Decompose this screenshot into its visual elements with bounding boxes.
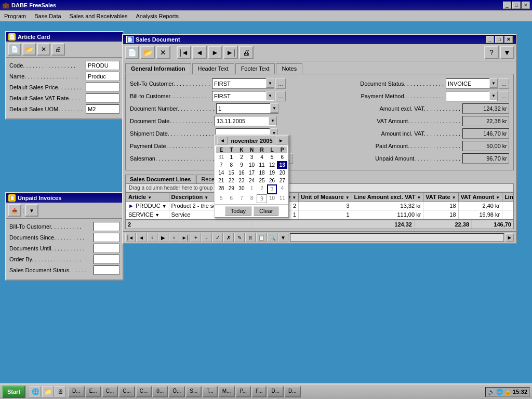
cal-day-29[interactable]: 29 <box>227 184 237 194</box>
sales-delete-button[interactable]: ✕ <box>156 46 170 59</box>
sales-minimize-button[interactable]: _ <box>486 36 494 43</box>
article-print-button[interactable]: 🖨 <box>51 43 65 56</box>
taskbar-app-7[interactable]: Ö... <box>168 386 185 397</box>
article-uom-input[interactable] <box>86 104 119 114</box>
menu-base-data[interactable]: Base Data <box>30 10 65 21</box>
article-new-button[interactable]: 📄 <box>8 43 21 56</box>
close-button[interactable]: ✕ <box>522 2 530 9</box>
bt-next2-button[interactable]: › <box>169 233 179 242</box>
bt-first-button[interactable]: |◄ <box>125 233 136 242</box>
tab-footer-text[interactable]: Footer Text <box>235 63 275 74</box>
maximize-button[interactable]: □ <box>512 2 521 9</box>
bt-last-button[interactable]: ►| <box>180 233 190 242</box>
sales-close-button[interactable]: ✕ <box>504 36 513 43</box>
calendar-next-button[interactable]: ► <box>276 137 286 144</box>
sales-maximize-button[interactable]: □ <box>495 36 503 43</box>
menu-program[interactable]: Program <box>0 10 30 21</box>
cal-day-10[interactable]: 10 <box>247 161 257 169</box>
cal-day-5[interactable]: 5 <box>267 153 277 161</box>
cal-day-14[interactable]: 14 <box>216 169 227 177</box>
unpaid-export-button[interactable]: 📤 <box>8 204 21 217</box>
sales-help-button[interactable]: ? <box>484 46 499 59</box>
sales-nav-prev-button[interactable]: ◄ <box>192 46 207 59</box>
taskbar-app-9[interactable]: T... <box>202 386 217 397</box>
col-article[interactable]: Article ▼ <box>126 193 169 202</box>
col-unit-measure[interactable]: Unit of Measure ▼ <box>299 193 352 202</box>
unpaid-filter-button[interactable]: ▼ <box>25 204 38 217</box>
sell-to-dropdown-button[interactable]: ▼ <box>266 78 274 88</box>
article-name-input[interactable] <box>86 72 119 81</box>
document-status-lookup-button[interactable]: … <box>499 78 509 89</box>
bt-search-button[interactable]: 🔍 <box>267 233 277 242</box>
bt-edit-button[interactable]: ✎ <box>234 233 245 242</box>
horizontal-scrollbar[interactable] <box>290 233 504 242</box>
col-line-amount-excl[interactable]: Line Amount excl. VAT ▼ <box>352 193 423 202</box>
cal-day-18[interactable]: 18 <box>257 169 267 177</box>
menu-analysis-reports[interactable]: Analysis Reports <box>131 10 183 21</box>
bill-to-input[interactable] <box>212 91 274 101</box>
col-vat-rate[interactable]: VAT Rate ▼ <box>423 193 458 202</box>
article-delete-button[interactable]: ✕ <box>37 43 50 56</box>
unpaid-order-by-input[interactable] <box>94 255 119 264</box>
article-price-input[interactable] <box>86 83 119 92</box>
taskbar-app-1[interactable]: D... <box>68 386 85 397</box>
calendar-prev-button[interactable]: ◄ <box>217 137 228 144</box>
start-button[interactable]: Start <box>2 385 25 398</box>
cal-day-6[interactable]: 6 <box>277 153 287 161</box>
bt-add-button[interactable]: + <box>191 233 201 242</box>
taskbar-folder-icon[interactable]: 📁 <box>42 386 54 397</box>
sales-open-button[interactable]: 📂 <box>140 46 155 59</box>
cal-day-3-dec[interactable]: 3 <box>267 184 277 194</box>
cal-day-4[interactable]: 4 <box>257 153 267 161</box>
cal-day-9-dec[interactable]: 9 <box>257 194 267 203</box>
cal-day-31-oct[interactable]: 31 <box>216 153 227 161</box>
cal-day-20[interactable]: 20 <box>277 169 287 177</box>
sell-to-lookup-button[interactable]: … <box>275 78 286 89</box>
bt-remove-button[interactable]: - <box>202 233 212 242</box>
menu-sales-receivables[interactable]: Sales and Receivables <box>65 10 132 21</box>
cal-day-21[interactable]: 21 <box>216 177 227 184</box>
taskbar-app-6[interactable]: 0... <box>152 386 168 397</box>
bt-play-button[interactable]: ▶ <box>158 233 168 242</box>
cal-day-3[interactable]: 3 <box>247 153 257 161</box>
taskbar-app-10[interactable]: M... <box>218 386 235 397</box>
bt-paste-button[interactable]: 📋 <box>256 233 267 242</box>
article-vat-input[interactable] <box>86 94 119 103</box>
table-scroll-container[interactable]: Article ▼ Description ▼ Unit Price ▼ Qua… <box>126 192 513 219</box>
cal-day-22[interactable]: 22 <box>227 177 237 184</box>
cal-day-2[interactable]: 2 <box>236 153 247 161</box>
taskbar-show-desktop-icon[interactable]: 🖥 <box>55 386 66 397</box>
cal-day-17[interactable]: 17 <box>247 169 257 177</box>
cal-day-11[interactable]: 11 <box>257 161 267 169</box>
taskbar-app-14[interactable]: D... <box>284 386 301 397</box>
cal-day-4-dec[interactable]: 4 <box>277 184 287 194</box>
cal-day-5-dec[interactable]: 5 <box>216 194 227 203</box>
cal-day-23[interactable]: 23 <box>236 177 247 184</box>
cal-day-7[interactable]: 7 <box>216 161 227 169</box>
minimize-button[interactable]: _ <box>503 2 511 9</box>
cal-day-8-dec[interactable]: 8 <box>247 194 257 203</box>
cal-day-11-dec[interactable]: 11 <box>277 194 287 203</box>
scroll-right-button[interactable]: ► <box>506 233 514 242</box>
bt-filter-button[interactable]: ▼ <box>278 233 288 242</box>
payment-method-dropdown-button[interactable]: ▼ <box>489 91 498 100</box>
cal-day-2-dec[interactable]: 2 <box>257 184 267 194</box>
payment-method-lookup-button[interactable]: … <box>499 91 509 101</box>
cal-day-9[interactable]: 9 <box>236 161 247 169</box>
col-vat-amount[interactable]: VAT Amount ▼ <box>458 193 502 202</box>
tab-notes[interactable]: Notes <box>276 63 302 74</box>
bill-to-dropdown-button[interactable]: ▼ <box>266 91 274 100</box>
sales-print-button[interactable]: 🖨 <box>239 46 254 59</box>
row1-article-dropdown[interactable]: ▼ <box>162 204 167 209</box>
cal-day-24[interactable]: 24 <box>247 177 257 184</box>
sales-nav-next-button[interactable]: ► <box>208 46 222 59</box>
taskbar-app-4[interactable]: C... <box>118 386 135 397</box>
cal-day-25[interactable]: 25 <box>257 177 267 184</box>
cal-day-6-dec[interactable]: 6 <box>227 194 237 203</box>
sell-to-input[interactable] <box>212 78 274 89</box>
taskbar-app-3[interactable]: C... <box>102 386 118 397</box>
taskbar-app-2[interactable]: E... <box>85 386 101 397</box>
bt-prev-button[interactable]: ◄ <box>136 233 147 242</box>
calendar-clear-button[interactable]: Clear <box>254 206 278 216</box>
sales-new-button[interactable]: 📄 <box>125 46 139 59</box>
